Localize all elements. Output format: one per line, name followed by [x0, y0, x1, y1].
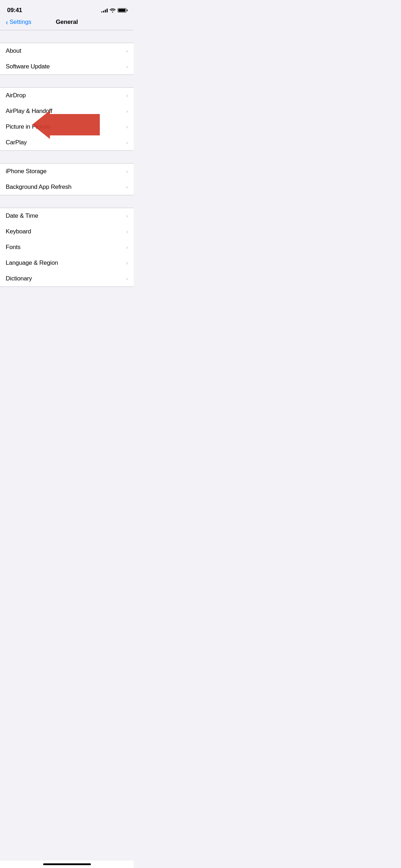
- about-chevron-icon: ›: [126, 48, 128, 54]
- carplay-right: ›: [126, 140, 128, 145]
- date-time-chevron-icon: ›: [126, 213, 128, 219]
- page-title: General: [56, 19, 78, 26]
- settings-row-picture-in-picture[interactable]: Picture in Picture ›: [0, 119, 134, 135]
- background-app-refresh-chevron-icon: ›: [126, 184, 128, 190]
- about-right: ›: [126, 48, 128, 54]
- date-time-label: Date & Time: [6, 212, 38, 219]
- settings-row-language-region[interactable]: Language & Region ›: [0, 255, 134, 271]
- iphone-storage-label: iPhone Storage: [6, 168, 46, 175]
- main-content: About › Software Update › AirDrop › AirP…: [0, 30, 134, 306]
- iphone-storage-chevron-icon: ›: [126, 169, 128, 174]
- settings-row-carplay[interactable]: CarPlay ›: [0, 135, 134, 150]
- picture-in-picture-chevron-icon: ›: [126, 124, 128, 130]
- software-update-label: Software Update: [6, 63, 50, 70]
- battery-icon: [118, 8, 127, 12]
- section-group-1: About › Software Update ›: [0, 43, 134, 75]
- dictionary-chevron-icon: ›: [126, 276, 128, 281]
- about-label: About: [6, 47, 21, 55]
- airplay-handoff-chevron-icon: ›: [126, 108, 128, 114]
- dictionary-label: Dictionary: [6, 275, 32, 282]
- fonts-label: Fonts: [6, 244, 21, 251]
- fonts-right: ›: [126, 244, 128, 250]
- picture-in-picture-label: Picture in Picture: [6, 123, 50, 130]
- dictionary-right: ›: [126, 276, 128, 281]
- signal-icon: [101, 8, 108, 12]
- back-button[interactable]: ‹ Settings: [6, 19, 31, 26]
- status-time: 09:41: [7, 7, 22, 14]
- settings-row-airdrop[interactable]: AirDrop ›: [0, 88, 134, 103]
- fonts-chevron-icon: ›: [126, 244, 128, 250]
- airplay-handoff-right: ›: [126, 108, 128, 114]
- back-label: Settings: [10, 19, 31, 26]
- airdrop-chevron-icon: ›: [126, 93, 128, 98]
- section-gap-1: [0, 30, 134, 43]
- settings-row-iphone-storage[interactable]: iPhone Storage ›: [0, 164, 134, 179]
- settings-row-keyboard[interactable]: Keyboard ›: [0, 224, 134, 239]
- section-gap-4: [0, 195, 134, 208]
- status-icons: [101, 8, 127, 12]
- carplay-label: CarPlay: [6, 139, 27, 146]
- airplay-handoff-label: AirPlay & Handoff: [6, 108, 52, 115]
- settings-row-software-update[interactable]: Software Update ›: [0, 59, 134, 74]
- settings-row-fonts[interactable]: Fonts ›: [0, 239, 134, 255]
- language-region-right: ›: [126, 260, 128, 266]
- nav-bar: ‹ Settings General: [0, 16, 134, 30]
- picture-in-picture-right: ›: [126, 124, 128, 130]
- settings-row-about[interactable]: About ›: [0, 43, 134, 59]
- settings-row-airplay-handoff[interactable]: AirPlay & Handoff ›: [0, 103, 134, 119]
- keyboard-label: Keyboard: [6, 228, 31, 235]
- airdrop-right: ›: [126, 93, 128, 98]
- wifi-icon: [110, 8, 115, 12]
- language-region-label: Language & Region: [6, 259, 58, 267]
- bottom-gap: [0, 287, 134, 294]
- section-group-4: Date & Time › Keyboard › Fonts › Languag…: [0, 208, 134, 287]
- carplay-chevron-icon: ›: [126, 140, 128, 145]
- software-update-chevron-icon: ›: [126, 64, 128, 69]
- section-gap-2: [0, 75, 134, 87]
- back-chevron-icon: ‹: [6, 19, 8, 26]
- airdrop-label: AirDrop: [6, 92, 26, 99]
- settings-row-date-time[interactable]: Date & Time ›: [0, 208, 134, 224]
- date-time-right: ›: [126, 213, 128, 219]
- keyboard-right: ›: [126, 229, 128, 234]
- background-app-refresh-right: ›: [126, 184, 128, 190]
- status-bar: 09:41: [0, 0, 134, 16]
- iphone-storage-right: ›: [126, 169, 128, 174]
- background-app-refresh-label: Background App Refresh: [6, 184, 72, 191]
- section-group-3: iPhone Storage › Background App Refresh …: [0, 163, 134, 195]
- language-region-chevron-icon: ›: [126, 260, 128, 266]
- keyboard-chevron-icon: ›: [126, 229, 128, 234]
- section-group-2: AirDrop › AirPlay & Handoff › Picture in…: [0, 87, 134, 151]
- settings-row-background-app-refresh[interactable]: Background App Refresh ›: [0, 179, 134, 195]
- software-update-right: ›: [126, 64, 128, 69]
- section-gap-3: [0, 151, 134, 163]
- settings-row-dictionary[interactable]: Dictionary ›: [0, 271, 134, 286]
